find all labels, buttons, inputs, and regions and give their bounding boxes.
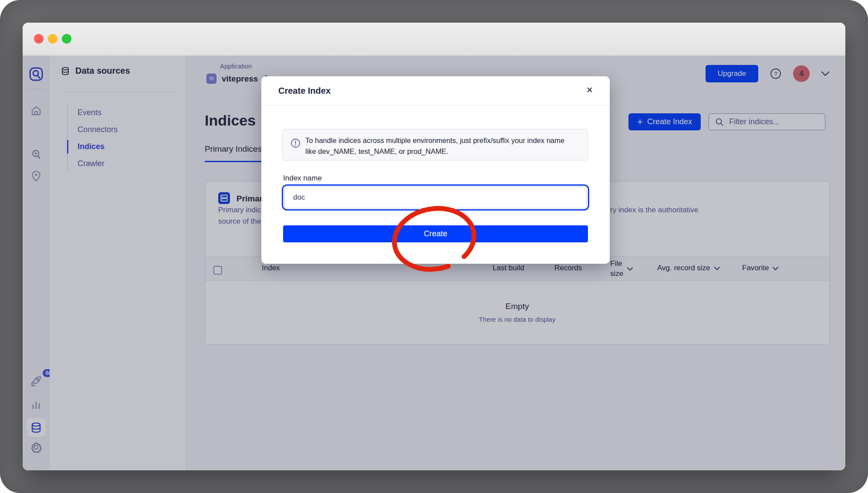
info-icon: [290, 138, 301, 148]
info-banner: To handle indices across multiple enviro…: [282, 129, 588, 160]
window-titlebar: [23, 23, 845, 55]
info-line-2: like dev_NAME, test_NAME, or prod_NAME.: [305, 147, 448, 155]
create-index-modal: Create Index ✕ To handle indices across …: [261, 76, 610, 264]
zoom-window-button[interactable]: [62, 34, 71, 44]
create-button[interactable]: Create: [283, 225, 588, 242]
info-banner-text: To handle indices across multiple enviro…: [305, 135, 564, 157]
info-line-1: To handle indices across multiple enviro…: [305, 136, 564, 144]
modal-title: Create Index: [278, 86, 331, 96]
close-icon[interactable]: ✕: [586, 85, 593, 95]
close-window-button[interactable]: [34, 34, 44, 44]
screenshot-stage: 0/5: [0, 0, 868, 493]
modal-divider: [261, 105, 610, 105]
minimize-window-button[interactable]: [48, 34, 57, 44]
index-name-input[interactable]: [284, 187, 587, 208]
index-name-label: Index name: [283, 174, 322, 183]
browser-window: 0/5: [23, 23, 845, 470]
